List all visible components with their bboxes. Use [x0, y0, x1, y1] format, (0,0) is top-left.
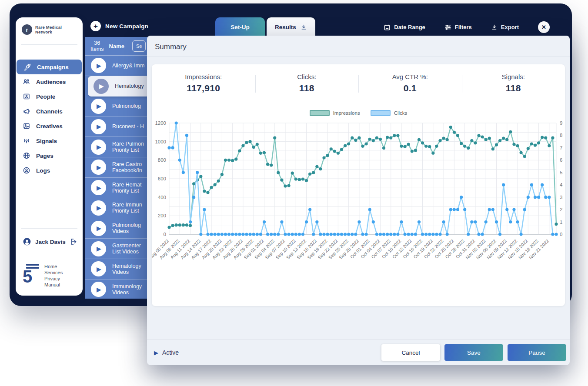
footer-link-privacy[interactable]: Privacy [44, 276, 63, 282]
user-name: Jack Davis [35, 239, 66, 245]
status-label: Active [162, 349, 179, 356]
campaign-name: PulmonologVideos [112, 222, 141, 234]
legend-label: Impressions [333, 110, 360, 116]
svg-text:1000: 1000 [155, 139, 166, 144]
play-icon[interactable]: ▶ [91, 140, 106, 155]
pause-button[interactable]: Pause [508, 344, 566, 361]
cancel-button[interactable]: Cancel [381, 344, 440, 361]
svg-text:8: 8 [560, 133, 562, 138]
save-button[interactable]: Save [444, 344, 503, 361]
logout-icon[interactable] [70, 238, 77, 246]
play-icon[interactable]: ▶ [91, 282, 106, 297]
campaign-name: Allergy& Imm [112, 63, 144, 69]
stat-label: Signals: [462, 73, 565, 80]
svg-text:0: 0 [164, 232, 166, 237]
play-icon[interactable]: ▶ [94, 79, 109, 94]
download-icon [301, 24, 307, 30]
sidebar-item-label: Audiences [36, 79, 66, 85]
play-icon[interactable]: ▶ [91, 160, 106, 175]
svg-text:2: 2 [560, 207, 562, 212]
campaign-row[interactable]: ▶Rare GastroFacebook/In [85, 157, 150, 178]
brand-logo-text: Rare Medical Network [35, 25, 77, 34]
user-avatar-icon [23, 237, 31, 246]
play-icon[interactable]: ▶ [91, 200, 106, 216]
sidebar-item-logs[interactable]: Logs [16, 163, 83, 178]
tab-setup-label: Set-Up [231, 24, 250, 30]
sidebar: r Rare Medical Network CampaignsAudience… [16, 17, 83, 296]
campaign-row[interactable]: ▶Rare HematPriority List [85, 178, 150, 198]
sidebar-nav: CampaignsAudiencesPeopleChannelsCreative… [16, 60, 83, 178]
campaign-row[interactable]: ▶ImmunologyVideos [85, 280, 150, 299]
play-icon[interactable]: ▶ [91, 58, 106, 73]
svg-text:400: 400 [158, 195, 166, 200]
svg-text:800: 800 [158, 157, 166, 163]
play-icon[interactable]: ▶ [91, 99, 106, 114]
export-button[interactable]: Export [491, 24, 519, 30]
stat-label: Impressions: [152, 73, 255, 80]
stat-label: Clicks: [255, 73, 359, 80]
play-icon[interactable]: ▶ [91, 119, 106, 134]
tab-results[interactable]: Results [267, 17, 315, 37]
modal-title-divider [147, 57, 570, 57]
campaign-row[interactable]: ▶Hematology [88, 76, 150, 96]
items-count: 36 Items [90, 40, 104, 52]
image-icon [23, 122, 30, 130]
plus-icon: + [90, 21, 101, 31]
campaign-name: Rare GastroFacebook/In [112, 161, 142, 173]
footer-link-services[interactable]: Services [44, 270, 63, 276]
sidebar-item-label: Logs [36, 167, 50, 174]
audiences-icon [23, 78, 30, 86]
sidebar-item-audiences[interactable]: Audiences [16, 74, 83, 89]
legend-item-impressions: Impressions [310, 110, 360, 116]
play-icon[interactable]: ▶ [91, 241, 106, 256]
svg-text:4: 4 [560, 182, 563, 187]
top-actions: Date Range Filters Export ✕ [384, 17, 550, 37]
calendar-icon [384, 24, 391, 31]
sidebar-item-label: Campaigns [37, 64, 69, 70]
svg-text:1: 1 [560, 220, 562, 225]
campaign-row[interactable]: ▶PulmonologVideos [85, 218, 150, 239]
summary-modal: Summary Impressions:117,910Clicks:118Avg… [147, 36, 570, 365]
stat-signals: Signals:118 [462, 73, 565, 93]
sidebar-item-signals[interactable]: Signals [16, 133, 83, 148]
export-label: Export [501, 24, 519, 30]
sidebar-item-pages[interactable]: Pages [16, 148, 83, 163]
sidebar-item-creatives[interactable]: Creatives [16, 119, 83, 133]
campaign-row[interactable]: ▶Rare PulmonPriority List [85, 137, 150, 157]
play-icon[interactable]: ▶ [91, 261, 106, 276]
sidebar-divider [21, 44, 77, 45]
campaign-name: ImmunologyVideos [112, 283, 142, 296]
campaign-row[interactable]: ▶Allergy& Imm [85, 56, 150, 76]
new-campaign-label: New Campaign [105, 23, 148, 30]
modal-footer: ▶ Active Cancel Save Pause [147, 340, 570, 365]
modal-title: Summary [155, 43, 187, 51]
campaign-row[interactable]: ▶Ruconest - H [85, 116, 150, 137]
sidebar-item-people[interactable]: People [16, 89, 83, 104]
footer-link-home[interactable]: Home [44, 264, 63, 270]
tab-setup[interactable]: Set-Up [215, 17, 265, 37]
play-icon[interactable]: ▶ [91, 180, 106, 195]
campaign-row[interactable]: ▶GastroenterList Videos [85, 239, 150, 259]
campaign-row[interactable]: ▶HematologyVideos [85, 259, 150, 280]
date-range-button[interactable]: Date Range [384, 24, 425, 31]
sidebar-item-channels[interactable]: Channels [16, 104, 83, 119]
megaphone-icon [23, 107, 30, 115]
chart-legend: ImpressionsClicks [152, 110, 565, 116]
stat-label: Avg CTR %: [358, 73, 462, 80]
close-button[interactable]: ✕ [538, 21, 550, 33]
filters-button[interactable]: Filters [444, 24, 472, 31]
play-icon[interactable]: ▶ [91, 221, 106, 236]
search-button[interactable]: Se [132, 40, 146, 52]
stat-value: 118 [255, 83, 359, 93]
campaign-row[interactable]: ▶Pulmonolog [85, 96, 150, 117]
sidebar-item-label: Channels [36, 108, 63, 115]
sidebar-item-campaigns[interactable]: Campaigns [17, 60, 82, 74]
footer-links: HomeServicesPrivacyManual [44, 264, 63, 288]
campaign-row[interactable]: ▶Rare ImmunPriority List [85, 198, 150, 219]
footer-link-manual[interactable]: Manual [44, 282, 63, 288]
new-campaign-button[interactable]: + New Campaign [90, 21, 148, 31]
campaign-list-panel: 36 Items Name Se ▶Allergy& Imm▶Hematolog… [85, 37, 150, 299]
stat-value: 0.1 [358, 83, 462, 93]
svg-text:7: 7 [560, 145, 562, 150]
user-row[interactable]: Jack Davis [16, 232, 83, 251]
